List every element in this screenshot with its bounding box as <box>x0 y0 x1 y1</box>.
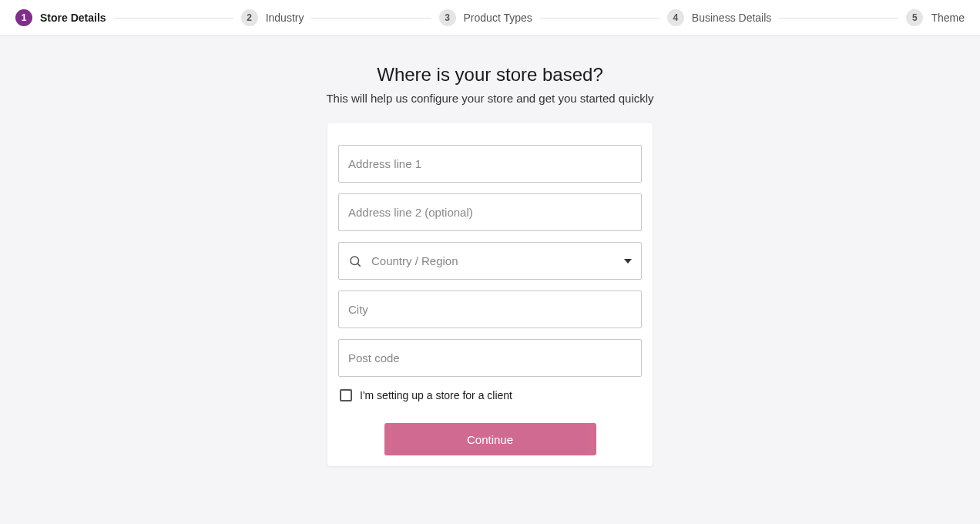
page-subtitle: This will help us configure your store a… <box>326 92 653 105</box>
step-industry[interactable]: 2 Industry <box>241 9 304 26</box>
step-connector <box>540 18 659 18</box>
client-checkbox-label: I'm setting up a store for a client <box>360 389 512 401</box>
form-card: Country / Region I'm setting up a store … <box>327 123 653 466</box>
address-line-1-input[interactable] <box>338 145 642 183</box>
step-label-product-types: Product Types <box>464 12 532 24</box>
step-theme[interactable]: 5 Theme <box>906 9 965 26</box>
svg-point-0 <box>351 257 359 265</box>
client-checkbox-row[interactable]: I'm setting up a store for a client <box>338 389 642 401</box>
main-content: Where is your store based? This will hel… <box>0 36 980 466</box>
search-icon <box>348 254 362 268</box>
step-connector <box>311 18 431 18</box>
address-line-2-input[interactable] <box>338 193 642 231</box>
step-product-types[interactable]: 3 Product Types <box>439 9 532 26</box>
client-checkbox[interactable] <box>340 389 352 401</box>
step-label-theme: Theme <box>931 12 965 24</box>
step-store-details[interactable]: 1 Store Details <box>15 9 106 26</box>
step-label-store-details: Store Details <box>40 12 106 24</box>
step-number-4: 4 <box>667 9 684 26</box>
step-business-details[interactable]: 4 Business Details <box>667 9 772 26</box>
stepper: 1 Store Details 2 Industry 3 Product Typ… <box>0 0 980 36</box>
step-number-5: 5 <box>906 9 923 26</box>
continue-button[interactable]: Continue <box>384 423 596 455</box>
step-connector <box>114 18 233 18</box>
step-number-1: 1 <box>15 9 32 26</box>
country-region-placeholder: Country / Region <box>371 254 615 267</box>
city-input[interactable] <box>338 291 642 328</box>
step-label-business-details: Business Details <box>692 12 772 24</box>
country-region-select[interactable]: Country / Region <box>338 242 642 280</box>
svg-line-1 <box>357 264 361 267</box>
chevron-down-icon <box>624 259 632 264</box>
step-label-industry: Industry <box>266 12 304 24</box>
page-title: Where is your store based? <box>377 64 602 86</box>
postcode-input[interactable] <box>338 339 642 377</box>
step-number-2: 2 <box>241 9 258 26</box>
step-number-3: 3 <box>439 9 456 26</box>
step-connector <box>779 18 898 18</box>
